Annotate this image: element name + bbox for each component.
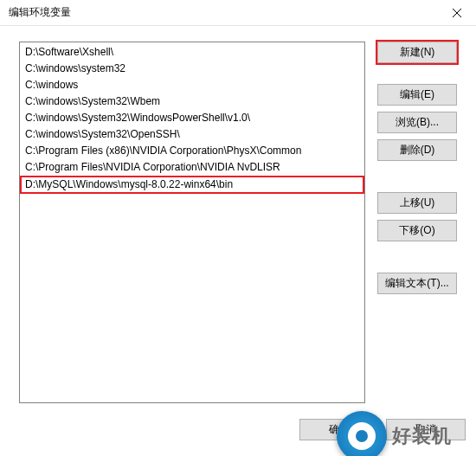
list-item[interactable]: C:\windows\System32\WindowsPowerShell\v1…: [20, 110, 364, 126]
ok-button[interactable]: 确定: [299, 419, 379, 440]
list-item[interactable]: C:\Program Files\NVIDIA Corporation\NVID…: [20, 159, 364, 176]
spacer: [377, 247, 457, 267]
list-item[interactable]: C:\windows: [20, 77, 364, 93]
browse-button[interactable]: 浏览(B)...: [377, 112, 457, 133]
list-item-highlighted[interactable]: D:\MySQL\Windows\mysql-8.0.22-winx64\bin: [20, 176, 364, 194]
bottom-buttons: 确定 取消: [299, 419, 466, 440]
delete-button[interactable]: 删除(D): [377, 139, 457, 161]
list-item[interactable]: C:\windows\System32\Wbem: [20, 93, 364, 110]
spacer: [377, 167, 457, 186]
path-list[interactable]: D:\Software\Xshell\ C:\windows\system32 …: [19, 42, 365, 403]
buttons-column: 新建(N) 编辑(E) 浏览(B)... 删除(D) 上移(U) 下移(O) 编…: [377, 42, 457, 403]
list-item[interactable]: C:\windows\System32\OpenSSH\: [20, 126, 364, 143]
movedown-button[interactable]: 下移(O): [377, 220, 457, 241]
list-item[interactable]: D:\Software\Xshell\: [20, 44, 364, 61]
cancel-button[interactable]: 取消: [386, 419, 466, 440]
close-button[interactable]: [437, 0, 476, 26]
moveup-button[interactable]: 上移(U): [377, 192, 457, 214]
window-title: 编辑环境变量: [9, 5, 71, 20]
list-item[interactable]: C:\Program Files (x86)\NVIDIA Corporatio…: [20, 143, 364, 159]
close-icon: [453, 9, 461, 17]
content-area: D:\Software\Xshell\ C:\windows\system32 …: [0, 26, 476, 403]
titlebar: 编辑环境变量: [0, 0, 476, 26]
new-button[interactable]: 新建(N): [377, 42, 457, 63]
list-item[interactable]: C:\windows\system32: [20, 61, 364, 77]
spacer: [377, 69, 457, 78]
edit-button[interactable]: 编辑(E): [377, 84, 457, 106]
edittext-button[interactable]: 编辑文本(T)...: [377, 273, 457, 294]
